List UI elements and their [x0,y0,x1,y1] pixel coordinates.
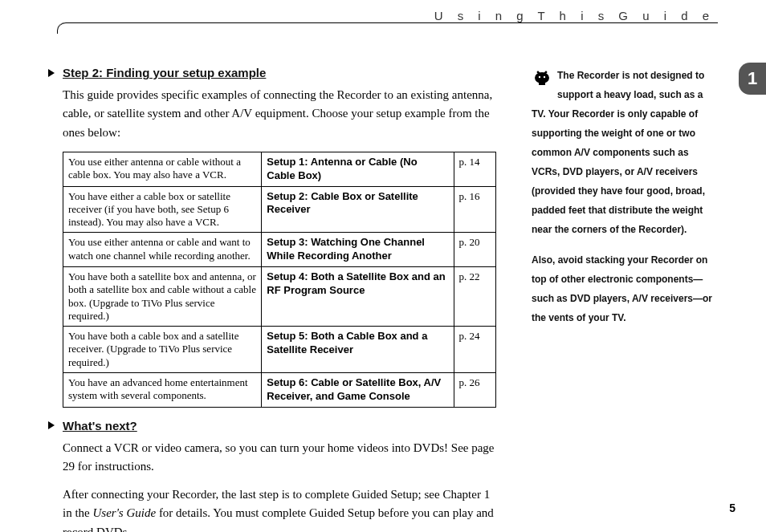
setup-page: p. 24 [454,327,495,373]
page-number: 5 [729,502,735,514]
triangle-bullet-icon [48,69,55,77]
section-1-heading: Step 2: Finding your setup example [48,66,499,79]
setup-description: You have both a satellite box and antenn… [63,267,262,327]
setup-name: Setup 6: Cable or Satellite Box, A/V Rec… [262,372,454,407]
setup-description: You have either a cable box or satellite… [63,186,262,233]
sidebar-note: The Recorder is not designed to support … [532,66,715,339]
setup-page: p. 22 [454,267,495,327]
chapter-tab: 1 [739,63,766,95]
setup-name: Setup 3: Watching One Channel While Reco… [262,233,454,267]
setup-name: Setup 4: Both a Satellite Box and an RF … [262,267,454,327]
sidebar-paragraph-2: Also, avoid stacking your Recorder on to… [532,250,715,327]
table-row: You have both a satellite box and antenn… [63,267,496,327]
setup-page: p. 16 [454,186,495,233]
header-rule [58,22,718,35]
svg-point-3 [537,71,540,74]
sidebar-paragraph-1: The Recorder is not designed to support … [532,66,715,239]
page-header-title: U s i n g T h i s G u i d e [426,9,715,22]
table-row: You have both a cable box and a satellit… [63,327,496,373]
tivo-logo-icon [532,66,552,87]
table-row: You have either a cable box or satellite… [63,186,496,233]
section-2-paragraph-1: Connect a VCR or video camera, so you ca… [63,439,499,477]
setup-name: Setup 5: Both a Cable Box and a Satellit… [262,327,454,373]
setup-description: You have an advanced home entertainment … [63,372,262,407]
section-1-paragraph: This guide provides specific examples of… [63,86,499,142]
setup-page: p. 26 [454,372,495,407]
setup-page: p. 14 [454,152,495,186]
section-2-paragraph-2: After connecting your Recorder, the last… [63,485,499,532]
setup-description: You use either antenna or cable and want… [63,233,262,267]
table-row: You use either antenna or cable without … [63,152,496,186]
table-row: You have an advanced home entertainment … [63,372,496,407]
svg-point-1 [539,76,540,78]
setup-name: Setup 1: Antenna or Cable (No Cable Box) [262,152,454,186]
svg-point-4 [545,71,548,74]
table-row: You use either antenna or cable and want… [63,233,496,267]
triangle-bullet-icon [48,421,55,429]
section-2-title: What's next? [63,419,137,433]
section-2-heading: What's next? [48,419,499,433]
svg-rect-5 [539,83,545,85]
setup-description: You have both a cable box and a satellit… [63,327,262,373]
setup-description: You use either antenna or cable without … [63,152,262,186]
setup-page: p. 20 [454,233,495,267]
chapter-number: 1 [748,68,757,89]
svg-point-2 [544,76,545,78]
svg-point-0 [535,72,549,83]
p2-italic: User's Guide [93,506,157,519]
section-1-title: Step 2: Finding your setup example [63,66,266,79]
setup-name: Setup 2: Cable Box or Satellite Receiver [262,186,454,233]
setup-table: You use either antenna or cable without … [63,152,496,408]
main-content: Step 2: Finding your setup example This … [48,66,499,532]
